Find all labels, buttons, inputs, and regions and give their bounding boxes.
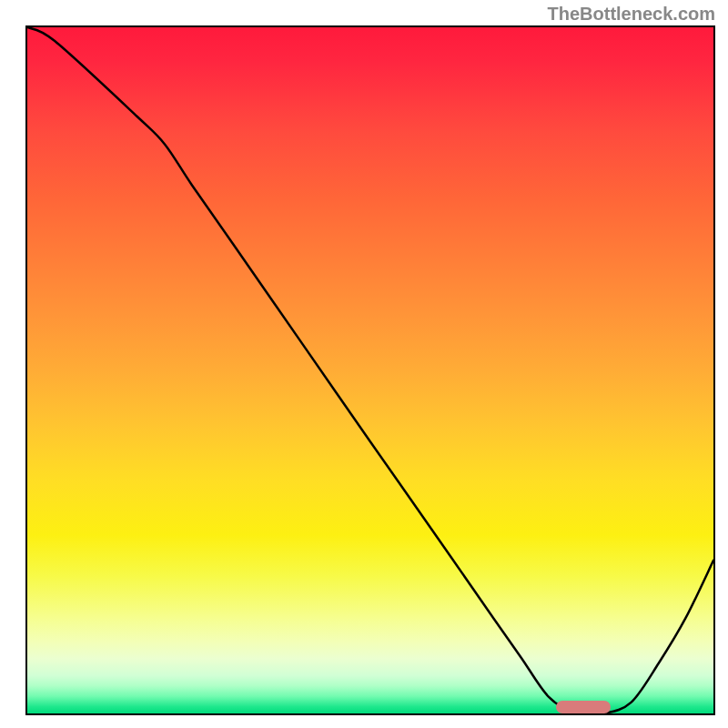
- attribution-text: TheBottleneck.com: [548, 4, 715, 25]
- bottleneck-curve: [27, 27, 713, 713]
- plot-area: [25, 25, 715, 715]
- curve-svg: [27, 27, 713, 713]
- minimum-marker: [556, 701, 611, 713]
